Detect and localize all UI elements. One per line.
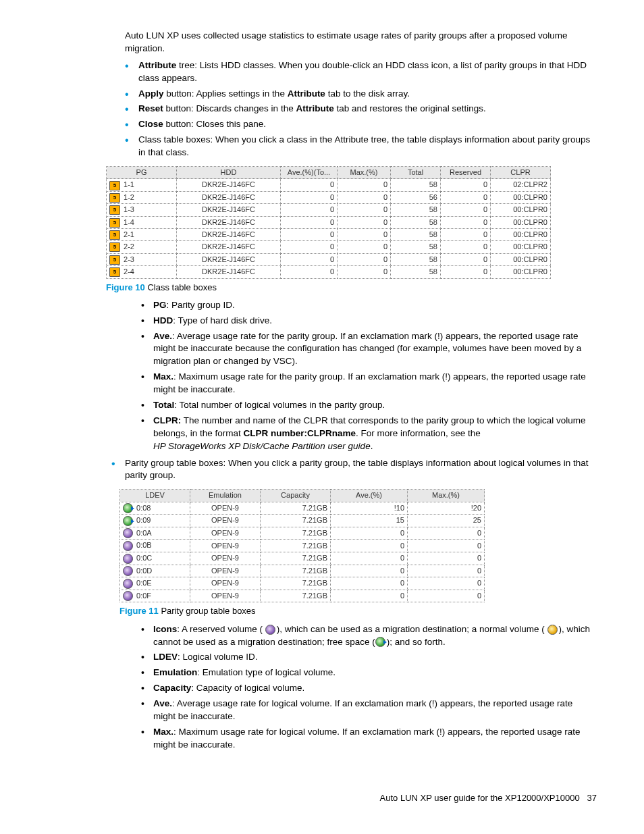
table-row: 5 1-1DKR2E-J146FC0058002:CLPR2 — [107, 179, 551, 191]
list-item: Class table boxes: When you click a clas… — [125, 134, 597, 159]
feature-list: Attribute tree: Lists HDD classes. When … — [125, 59, 597, 159]
class-table: PGHDDAve.(%)(To...Max.(%)TotalReservedCL… — [106, 166, 551, 279]
parity-group-bullet: Parity group table boxes: When you click… — [111, 457, 597, 483]
page-content: Auto LUN XP uses collected usage statist… — [125, 30, 597, 752]
table-row: 5 2-3DKR2E-J146FC0058000:CLPR0 — [107, 253, 551, 265]
parity-group-icon: 5 — [109, 181, 120, 190]
volume-icon — [123, 591, 133, 601]
list-item: Ave.: Average usage rate for the parity … — [141, 330, 597, 369]
intro-paragraph: Auto LUN XP uses collected usage statist… — [125, 30, 597, 55]
table-row: 0:0AOPEN-97.21GB00 — [120, 527, 485, 540]
figure-text: Class table boxes — [145, 282, 217, 292]
column-header: Reserved — [441, 167, 491, 179]
table-row: 0:08OPEN-97.21GB!10!20 — [120, 502, 485, 515]
parity-group-icon: 5 — [109, 205, 120, 215]
volume-icon — [123, 554, 133, 564]
parity-group-icon: 5 — [109, 193, 120, 203]
list-item: Icons: A reserved volume ( ), which can … — [141, 623, 597, 649]
column-definitions-2: Icons: A reserved volume ( ), which can … — [125, 623, 597, 752]
page-number: 37 — [587, 793, 597, 803]
list-item: CLPR: The number and name of the CLPR th… — [141, 415, 597, 453]
figure-11-caption: Figure 11 Parity group table boxes — [119, 605, 597, 617]
parity-group-icon: 5 — [109, 255, 120, 265]
parity-group-icon: 5 — [109, 242, 120, 252]
column-header: CLPR — [491, 167, 551, 179]
list-item: Apply button: Applies settings in the At… — [125, 88, 597, 101]
volume-icon — [123, 541, 133, 551]
volume-icon — [375, 637, 385, 647]
column-header: Total — [391, 167, 441, 179]
list-item: Attribute tree: Lists HDD classes. When … — [125, 59, 597, 85]
table-row: 0:09OPEN-97.21GB1525 — [120, 515, 485, 527]
parity-group-icon: 5 — [109, 218, 120, 228]
column-header: Ave.(%)(To... — [281, 167, 338, 179]
table-row: 5 1-3DKR2E-J146FC0058000:CLPR0 — [107, 204, 551, 216]
figure-10-caption: Figure 10 Class table boxes — [106, 282, 597, 294]
volume-icon — [123, 528, 133, 538]
page-footer: Auto LUN XP user guide for the XP12000/X… — [47, 792, 597, 804]
column-header: Max.(%) — [408, 490, 485, 502]
list-item: LDEV: Logical volume ID. — [141, 651, 597, 664]
column-definitions-1: PG: Parity group ID.HDD: Type of hard di… — [125, 299, 597, 453]
figure-text: Parity group table boxes — [159, 606, 256, 616]
list-item: Max.: Maximum usage rate for the parity … — [141, 371, 597, 396]
table-row: 0:0COPEN-97.21GB00 — [120, 552, 485, 565]
volume-icon — [123, 503, 133, 513]
figure-label: Figure 11 — [119, 606, 159, 616]
volume-icon — [123, 516, 133, 526]
parity-group-table: LDEVEmulationCapacityAve.(%)Max.(%) 0:08… — [119, 489, 485, 602]
list-item: Parity group table boxes: When you click… — [111, 457, 597, 483]
table-row: 0:0BOPEN-97.21GB00 — [120, 540, 485, 552]
table-row: 0:0EOPEN-97.21GB00 — [120, 577, 485, 590]
table-row: 5 2-4DKR2E-J146FC0058000:CLPR0 — [107, 266, 551, 278]
volume-icon — [123, 566, 133, 576]
column-header: PG — [107, 167, 177, 179]
list-item: Emulation: Emulation type of logical vol… — [141, 667, 597, 679]
table-row: 5 2-1DKR2E-J146FC0058000:CLPR0 — [107, 228, 551, 240]
footer-text: Auto LUN XP user guide for the XP12000/X… — [380, 793, 580, 803]
list-item: PG: Parity group ID. — [141, 299, 597, 312]
list-item: Ave.: Average usage rate for logical vol… — [141, 698, 597, 723]
column-header: Capacity — [261, 490, 331, 502]
table-row: 0:0DOPEN-97.21GB00 — [120, 565, 485, 577]
volume-icon — [265, 625, 275, 635]
volume-icon — [547, 625, 558, 635]
list-item: HDD: Type of hard disk drive. — [141, 315, 597, 328]
table-row: 0:0FOPEN-97.21GB00 — [120, 590, 485, 602]
volume-icon — [123, 579, 133, 589]
column-header: LDEV — [120, 490, 190, 502]
list-item: Reset button: Discards changes in the At… — [125, 103, 597, 115]
list-item: Total: Total number of logical volumes i… — [141, 399, 597, 412]
column-header: HDD — [177, 167, 281, 179]
table-row: 5 1-4DKR2E-J146FC0058000:CLPR0 — [107, 216, 551, 228]
column-header: Emulation — [190, 490, 261, 502]
table-row: 5 2-2DKR2E-J146FC0058000:CLPR0 — [107, 241, 551, 253]
parity-group-icon: 5 — [109, 230, 120, 240]
list-item: Capacity: Capacity of logical volume. — [141, 682, 597, 695]
parity-group-icon: 5 — [109, 267, 120, 277]
figure-label: Figure 10 — [106, 282, 145, 292]
column-header: Max.(%) — [338, 167, 391, 179]
table-row: 5 1-2DKR2E-J146FC0056000:CLPR0 — [107, 191, 551, 203]
list-item: Max.: Maximum usage rate for logical vol… — [141, 726, 597, 752]
column-header: Ave.(%) — [331, 490, 408, 502]
list-item: Close button: Closes this pane. — [125, 118, 597, 131]
